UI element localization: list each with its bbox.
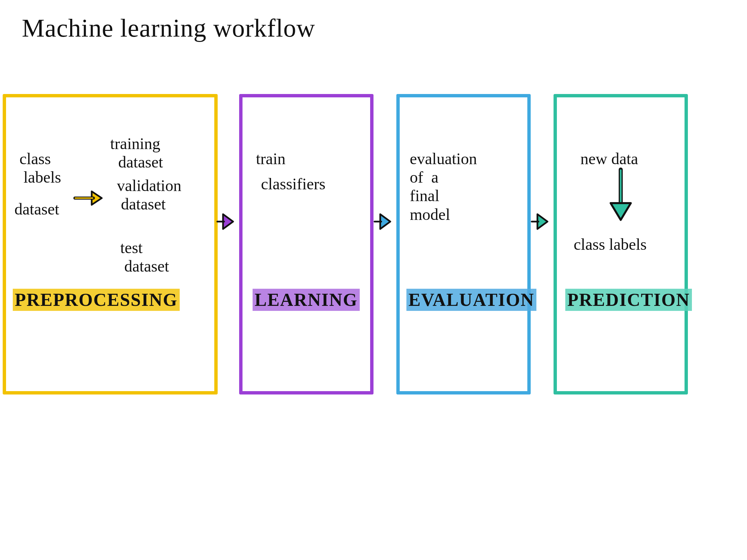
label-validation-dataset: validation dataset (117, 176, 181, 213)
arrow-right-icon (216, 212, 236, 232)
workflow-stage: class labels dataset training dataset va… (0, 94, 747, 430)
label-training-dataset: training dataset (110, 134, 163, 171)
stage-label-preprocessing: PREPROCESSING (13, 289, 180, 311)
label-class-labels-out: class labels (574, 235, 647, 254)
label-test-dataset: test dataset (120, 238, 169, 275)
label-new-data: new data (581, 150, 638, 168)
stage-label-learning: LEARNING (253, 289, 360, 311)
stage-learning-box: train classifiers LEARNING (239, 94, 374, 395)
arrow-right-icon (530, 212, 550, 232)
arrow-right-icon (373, 212, 393, 232)
label-classifiers: classifiers (261, 175, 326, 193)
diagram-title: Machine learning workflow (22, 14, 315, 43)
arrow-down-icon (604, 166, 638, 226)
label-train: train (256, 150, 285, 168)
label-dataset: dataset (15, 200, 59, 218)
stage-evaluation-box: evaluation of a final model EVALUATION (396, 94, 531, 395)
label-class-labels: class labels (20, 150, 61, 186)
stage-label-prediction: PREDICTION (565, 289, 692, 311)
arrow-right-icon (73, 188, 107, 208)
stage-prediction-box: new data class labels PREDICTION (553, 94, 688, 395)
stage-preprocessing-box: class labels dataset training dataset va… (3, 94, 218, 395)
stage-label-evaluation: EVALUATION (406, 289, 536, 311)
label-evaluation-text: evaluation of a final model (410, 150, 477, 223)
